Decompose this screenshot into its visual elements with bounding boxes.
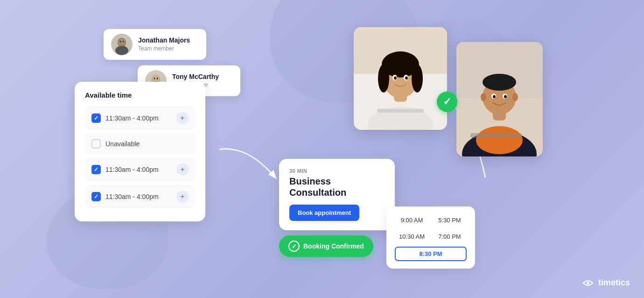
- add-time-3[interactable]: +: [176, 163, 189, 176]
- slot-900am[interactable]: 9:00 AM: [395, 214, 429, 227]
- consult-title: Business Consultation: [289, 176, 385, 198]
- time-label-4: 11:30am - 4:00pm: [105, 193, 172, 200]
- svg-point-39: [587, 282, 589, 284]
- time-label-3: 11:30am - 4:00pm: [105, 166, 172, 173]
- photo-card-man: [456, 42, 543, 156]
- video-check-badge: ✓: [437, 92, 457, 112]
- timetics-logo-text: timetics: [598, 278, 630, 288]
- add-time-4[interactable]: +: [176, 191, 189, 203]
- available-time-title: Available time: [85, 91, 195, 99]
- timetics-logo-icon: [581, 278, 595, 288]
- svg-point-33: [512, 93, 518, 101]
- svg-point-19: [412, 64, 423, 92]
- booking-confirmed-badge: ✓ Booking Confirmed: [279, 235, 373, 257]
- slot-530pm[interactable]: 5:30 PM: [433, 214, 467, 227]
- svg-point-28: [476, 126, 523, 154]
- checkbox-4[interactable]: [91, 192, 101, 201]
- consult-duration: 30 MIN: [289, 168, 385, 174]
- time-row-4[interactable]: 11:30am - 4:00pm +: [85, 185, 195, 208]
- svg-point-22: [394, 77, 397, 80]
- svg-point-32: [481, 93, 486, 101]
- svg-point-37: [504, 95, 507, 99]
- timetics-logo: timetics: [581, 278, 630, 288]
- time-slots-panel: 9:00 AM 5:30 PM 10:30 AM 7:00 PM 8:30 PM: [386, 206, 475, 269]
- svg-point-10: [157, 78, 158, 79]
- time-row-1[interactable]: 11:30am - 4:00pm +: [85, 106, 195, 130]
- time-label-2: Unavailable: [105, 140, 189, 148]
- checkbox-1[interactable]: [91, 114, 101, 123]
- team-card-tony-name: Tony McCarthy: [172, 73, 219, 80]
- booking-confirmed-label: Booking Confirmed: [303, 242, 364, 250]
- booking-check-icon: ✓: [288, 241, 300, 252]
- available-time-panel: Available time 11:30am - 4:00pm + Unavai…: [75, 82, 205, 221]
- photo-card-woman: [354, 27, 447, 130]
- add-time-1[interactable]: +: [176, 112, 189, 124]
- team-card-jonathan: Jonathan Majors Team member: [104, 29, 206, 60]
- svg-point-5: [115, 46, 128, 55]
- svg-point-4: [123, 41, 124, 43]
- svg-rect-24: [377, 109, 424, 113]
- team-card-jonathan-role: Team member: [138, 45, 174, 52]
- svg-point-3: [120, 41, 121, 43]
- slots-grid: 9:00 AM 5:30 PM 10:30 AM 7:00 PM 8:30 PM: [395, 214, 467, 261]
- checkbox-3[interactable]: [91, 165, 101, 174]
- svg-point-31: [483, 74, 516, 91]
- slot-700pm[interactable]: 7:00 PM: [433, 230, 467, 243]
- svg-point-9: [154, 78, 155, 79]
- consultation-card: 30 MIN Business Consultation Book appoin…: [279, 159, 395, 230]
- svg-point-2: [119, 39, 125, 46]
- slot-830pm[interactable]: 8:30 PM: [395, 247, 467, 261]
- avatar-jonathan: [111, 34, 133, 55]
- svg-rect-38: [470, 133, 522, 138]
- time-label-1: 11:30am - 4:00pm: [105, 114, 172, 122]
- team-card-jonathan-info: Jonathan Majors Team member: [138, 36, 190, 52]
- svg-point-23: [405, 77, 408, 80]
- time-row-2[interactable]: Unavailable: [85, 134, 195, 154]
- svg-point-36: [493, 95, 496, 99]
- svg-point-18: [378, 64, 389, 92]
- checkbox-2[interactable]: [91, 139, 101, 149]
- time-row-3[interactable]: 11:30am - 4:00pm +: [85, 158, 195, 181]
- team-card-jonathan-name: Jonathan Majors: [138, 36, 190, 44]
- slot-1030am[interactable]: 10:30 AM: [395, 230, 429, 243]
- book-appointment-button[interactable]: Book appointment: [289, 205, 359, 221]
